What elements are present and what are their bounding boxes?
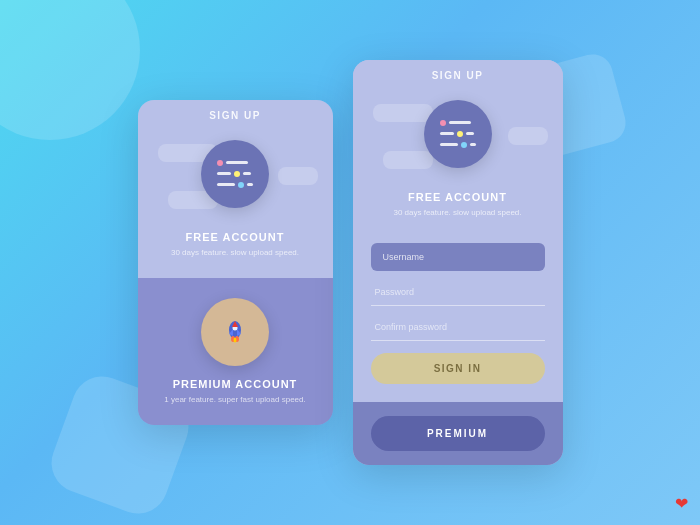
confirm-password-input[interactable] [371,314,545,341]
right-slider-line-2 [440,131,474,137]
slider-dot-pink [217,160,223,166]
right-free-account-desc: 30 days feature. slow upload speed. [378,207,536,218]
right-deco-rect-1 [373,104,433,122]
free-account-icon-area [138,129,333,219]
username-input[interactable] [371,243,545,271]
slider-bar-2 [217,172,231,175]
right-card: SIGN UP [353,60,563,465]
right-card-bottom: PREMIUM [353,402,563,465]
right-free-account-icon [424,100,492,168]
free-account-icon [201,140,269,208]
free-account-title: FREE ACCOUNT [186,231,285,243]
right-card-header: SIGN UP [353,60,563,89]
right-slider-bar-3 [466,132,474,135]
premium-account-title: PREMIUM ACCOUNT [173,378,298,390]
slider-line-3 [217,182,253,188]
slider-dot-yellow [234,171,240,177]
sliders-icon [217,160,253,188]
slider-dot-blue [238,182,244,188]
right-free-account-icon-area [353,89,563,179]
left-card-header: SIGN UP [138,100,333,129]
slider-bar-4 [217,183,235,186]
premium-account-icon [201,298,269,366]
free-account-section: SIGN UP [138,100,333,278]
right-deco-rect-2 [508,127,548,145]
signup-form: SIGN IN [353,233,563,402]
right-slider-bar-2 [440,132,454,135]
deco-rect-2 [278,167,318,185]
password-input[interactable] [371,279,545,306]
right-free-account-title: FREE ACCOUNT [408,191,507,203]
right-card-top: SIGN UP [353,60,563,233]
slider-bar-5 [247,183,253,186]
heart-icon: ❤ [675,494,688,513]
slider-bar-1 [226,161,248,164]
bg-decoration-1 [0,0,140,140]
right-slider-bar-5 [470,143,476,146]
cards-container: SIGN UP [138,60,563,465]
slider-bar-3 [243,172,251,175]
right-slider-bar-4 [440,143,458,146]
right-deco-rect-3 [383,151,433,169]
right-slider-dot-yellow [457,131,463,137]
right-slider-dot-pink [440,120,446,126]
premium-account-desc: 1 year feature. super fast upload speed. [149,394,320,405]
slider-line-1 [217,160,248,166]
right-sliders-icon [440,120,476,148]
premium-account-section: PREMIUM ACCOUNT 1 year feature. super fa… [138,278,333,425]
premium-button[interactable]: PREMIUM [371,416,545,451]
right-slider-dot-blue [461,142,467,148]
svg-point-4 [234,338,237,343]
signin-button[interactable]: SIGN IN [371,353,545,384]
right-slider-bar-1 [449,121,471,124]
right-slider-line-3 [440,142,476,148]
slider-line-2 [217,171,251,177]
rocket-icon [217,314,253,350]
right-slider-line-1 [440,120,471,126]
free-account-desc: 30 days feature. slow upload speed. [156,247,314,258]
left-card: SIGN UP [138,100,333,425]
